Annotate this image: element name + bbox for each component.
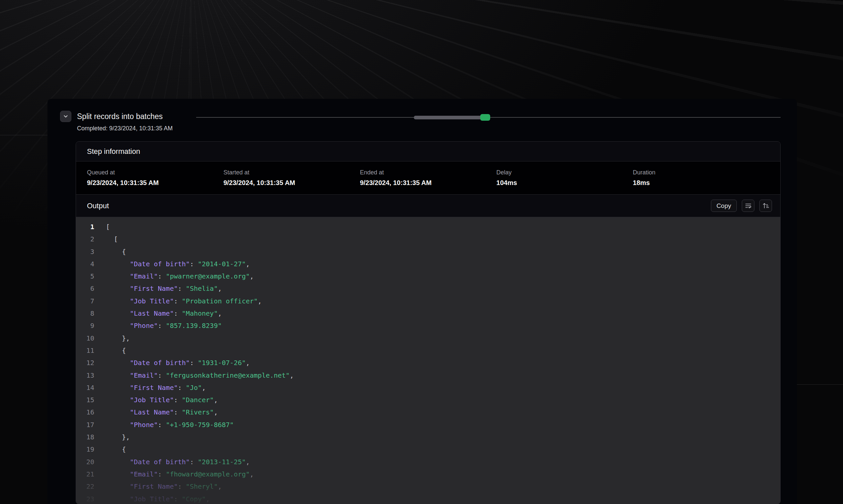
step-status-text: Completed: 9/23/2024, 10:31:35 AM xyxy=(77,125,173,132)
line-number: 16 xyxy=(76,406,94,418)
wrap-text-icon xyxy=(745,202,752,209)
meta-label: Ended at xyxy=(360,169,496,176)
meta-field-duration: Duration 18ms xyxy=(633,169,769,187)
line-number: 8 xyxy=(76,307,94,320)
output-code-viewer[interactable]: 1[2 [3 {4 "Date of birth": "2014-01-27",… xyxy=(76,217,780,504)
code-line: 12 "Date of birth": "1931-07-26", xyxy=(76,357,780,369)
output-actions: Copy xyxy=(711,200,772,212)
line-number: 15 xyxy=(76,394,94,406)
copy-output-button[interactable]: Copy xyxy=(711,200,737,212)
timeline-scrubber[interactable] xyxy=(196,111,780,124)
code-line-content: [ xyxy=(106,221,110,233)
line-number: 4 xyxy=(76,258,94,270)
step-detail-panel: Split records into batches Completed: 9/… xyxy=(48,99,797,504)
line-number: 11 xyxy=(76,344,94,357)
meta-field-started-at: Started at 9/23/2024, 10:31:35 AM xyxy=(223,169,360,187)
code-line: 15 "Job Title": "Dancer", xyxy=(76,394,780,406)
code-line: 4 "Date of birth": "2014-01-27", xyxy=(76,258,780,270)
code-line: 21 "Email": "fhoward@example.org", xyxy=(76,468,780,481)
meta-field-delay: Delay 104ms xyxy=(497,169,633,187)
code-line: 3 { xyxy=(76,246,780,258)
code-line-content: [ xyxy=(106,233,118,245)
line-number: 10 xyxy=(76,332,94,344)
code-line: 18 }, xyxy=(76,431,780,443)
step-information-card: Step information Queued at 9/23/2024, 10… xyxy=(76,141,780,504)
sort-ascending-button[interactable] xyxy=(759,200,772,212)
code-line-content: "Phone": "+1-950-759-8687" xyxy=(106,419,234,431)
line-number: 17 xyxy=(76,419,94,431)
code-line: 5 "Email": "pwarner@example.org", xyxy=(76,270,780,283)
step-information-header: Step information xyxy=(76,142,780,161)
timeline-window-segment[interactable] xyxy=(414,116,482,119)
line-number: 5 xyxy=(76,270,94,283)
code-line: 22 "First Name": "Sheryl", xyxy=(76,481,780,493)
code-line-content: "Email": "fergusonkatherine@example.net"… xyxy=(106,370,294,382)
code-line: 2 [ xyxy=(76,233,780,245)
timeline-handle[interactable] xyxy=(480,114,490,121)
meta-value: 18ms xyxy=(633,179,769,187)
meta-label: Queued at xyxy=(87,169,223,176)
step-title: Split records into batches xyxy=(77,112,162,121)
meta-value: 104ms xyxy=(497,179,633,187)
line-number: 13 xyxy=(76,370,94,382)
meta-label: Duration xyxy=(633,169,769,176)
meta-value: 9/23/2024, 10:31:35 AM xyxy=(360,179,496,187)
step-metadata-row: Queued at 9/23/2024, 10:31:35 AM Started… xyxy=(76,161,780,195)
wrap-text-button[interactable] xyxy=(742,200,754,212)
background-grid-line-left xyxy=(0,135,48,135)
code-line: 16 "Last Name": "Rivers", xyxy=(76,406,780,418)
code-line: 23 "Job Title": "Copy", xyxy=(76,493,780,504)
line-number: 23 xyxy=(76,493,94,504)
meta-field-ended-at: Ended at 9/23/2024, 10:31:35 AM xyxy=(360,169,496,187)
line-number: 18 xyxy=(76,431,94,443)
meta-label: Started at xyxy=(223,169,360,176)
output-section-header: Output Copy xyxy=(76,195,780,217)
line-number: 3 xyxy=(76,246,94,258)
code-line-content: "Last Name": "Mahoney", xyxy=(106,307,222,320)
line-number: 12 xyxy=(76,357,94,369)
line-number: 1 xyxy=(76,221,94,233)
code-line-content: "First Name": "Jo", xyxy=(106,382,206,394)
code-line-content: "First Name": "Sheryl", xyxy=(106,481,222,493)
line-number: 19 xyxy=(76,443,94,455)
line-number: 7 xyxy=(76,295,94,307)
code-line: 19 { xyxy=(76,443,780,455)
code-line: 13 "Email": "fergusonkatherine@example.n… xyxy=(76,370,780,382)
collapse-step-button[interactable] xyxy=(60,111,71,122)
code-line: 8 "Last Name": "Mahoney", xyxy=(76,307,780,320)
background-seam-line xyxy=(191,0,191,100)
code-line-content: "Last Name": "Rivers", xyxy=(106,406,218,418)
code-line-content: }, xyxy=(106,332,130,344)
code-line: 14 "First Name": "Jo", xyxy=(76,382,780,394)
line-number: 2 xyxy=(76,233,94,245)
meta-value: 9/23/2024, 10:31:35 AM xyxy=(223,179,360,187)
code-line-content: "First Name": "Shelia", xyxy=(106,283,222,295)
code-line-content: { xyxy=(106,344,126,357)
code-line: 7 "Job Title": "Probation officer", xyxy=(76,295,780,307)
code-line-content: "Date of birth": "1931-07-26", xyxy=(106,357,250,369)
chevron-down-icon xyxy=(63,113,69,119)
code-line-content: "Date of birth": "2013-11-25", xyxy=(106,456,250,468)
code-line-content: "Job Title": "Dancer", xyxy=(106,394,218,406)
code-line-content: { xyxy=(106,443,126,455)
line-number: 6 xyxy=(76,283,94,295)
meta-value: 9/23/2024, 10:31:35 AM xyxy=(87,179,223,187)
code-line: 6 "First Name": "Shelia", xyxy=(76,283,780,295)
sort-ascending-icon xyxy=(762,202,769,209)
step-information-title: Step information xyxy=(87,147,140,156)
line-number: 9 xyxy=(76,320,94,332)
code-line-content: { xyxy=(106,246,126,258)
code-line-content: }, xyxy=(106,431,130,443)
line-number: 21 xyxy=(76,468,94,481)
code-line-content: "Email": "pwarner@example.org", xyxy=(106,270,254,283)
code-line-content: "Email": "fhoward@example.org", xyxy=(106,468,254,481)
line-number: 20 xyxy=(76,456,94,468)
code-line: 1[ xyxy=(76,221,780,233)
line-number: 22 xyxy=(76,481,94,493)
code-line: 10 }, xyxy=(76,332,780,344)
code-line: 17 "Phone": "+1-950-759-8687" xyxy=(76,419,780,431)
code-line-content: "Job Title": "Probation officer", xyxy=(106,295,262,307)
output-title: Output xyxy=(87,202,109,210)
background-grid-line-right xyxy=(797,384,843,385)
meta-label: Delay xyxy=(497,169,633,176)
